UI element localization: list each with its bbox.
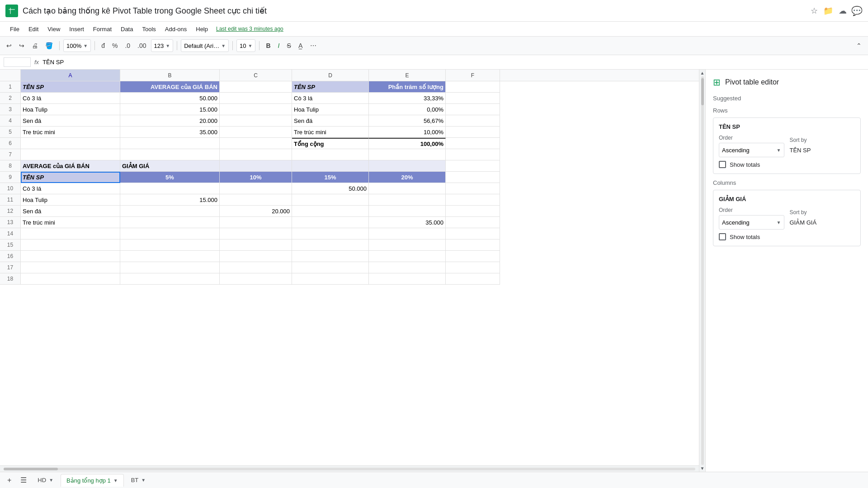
cell-E13[interactable]: 35.000 xyxy=(369,217,446,228)
collapse-toolbar-button[interactable]: ⌃ xyxy=(854,40,864,51)
cell-F15[interactable] xyxy=(446,239,500,251)
cell-D9[interactable]: 15% xyxy=(292,172,369,183)
percent-button[interactable]: % xyxy=(109,40,120,51)
menu-insert[interactable]: Insert xyxy=(65,24,89,34)
cell-A7[interactable] xyxy=(21,149,120,160)
cell-B4[interactable]: 20.000 xyxy=(120,115,220,127)
sheet-tab-hd[interactable]: HD ▼ xyxy=(32,474,59,487)
cell-B9[interactable]: 5% xyxy=(120,172,220,183)
cell-B8[interactable]: GIẢM GIÁ xyxy=(120,160,220,172)
cell-F10[interactable] xyxy=(446,183,500,194)
cell-A3[interactable]: Hoa Tulip xyxy=(21,104,120,115)
cell-D5[interactable]: Tre trúc mini xyxy=(292,127,369,138)
cell-F7[interactable] xyxy=(446,149,500,160)
rows-order-dropdown[interactable]: Ascending ▼ xyxy=(719,143,784,157)
col-header-E[interactable]: E xyxy=(369,70,446,81)
cell-C17[interactable] xyxy=(220,262,292,273)
cell-C4[interactable] xyxy=(220,115,292,127)
cell-C1[interactable] xyxy=(220,81,292,93)
cell-B14[interactable] xyxy=(120,228,220,239)
cell-B5[interactable]: 35.000 xyxy=(120,127,220,138)
cell-B7[interactable] xyxy=(120,149,220,160)
cell-C15[interactable] xyxy=(220,239,292,251)
cell-A11[interactable]: Hoa Tulip xyxy=(21,194,120,206)
star-icon[interactable]: ☆ xyxy=(811,6,818,16)
cell-D2[interactable]: Cò 3 lá xyxy=(292,93,369,104)
font-dropdown[interactable]: Default (Ari… ▼ xyxy=(181,39,229,52)
fontsize-dropdown[interactable]: 10 ▼ xyxy=(236,39,255,52)
h-scroll-thumb[interactable] xyxy=(4,468,58,470)
cell-D17[interactable] xyxy=(292,262,369,273)
cell-D3[interactable]: Hoa Tulip xyxy=(292,104,369,115)
cell-F1[interactable] xyxy=(446,81,500,93)
cell-D10[interactable]: 50.000 xyxy=(292,183,369,194)
v-scroll-down-arrow[interactable]: ▼ xyxy=(700,466,705,471)
formula-input[interactable] xyxy=(42,59,864,66)
rows-show-totals-checkbox[interactable] xyxy=(719,161,726,168)
cell-E3[interactable]: 0,00% xyxy=(369,104,446,115)
strikethrough-button[interactable]: S xyxy=(284,40,294,51)
cell-A8[interactable]: AVERAGE của GIÁ BÁN xyxy=(21,160,120,172)
cell-E5[interactable]: 10,00% xyxy=(369,127,446,138)
cell-A2[interactable]: Cò 3 lá xyxy=(21,93,120,104)
cell-reference-input[interactable] xyxy=(4,57,31,67)
cell-A18[interactable] xyxy=(21,273,120,285)
cell-A9[interactable]: TÊN SP xyxy=(21,172,120,183)
cell-B13[interactable] xyxy=(120,217,220,228)
cell-D16[interactable] xyxy=(292,251,369,262)
undo-button[interactable]: ↩ xyxy=(4,40,14,51)
cell-B2[interactable]: 50.000 xyxy=(120,93,220,104)
menu-view[interactable]: View xyxy=(43,24,65,34)
cell-B12[interactable] xyxy=(120,206,220,217)
cell-B10[interactable] xyxy=(120,183,220,194)
columns-order-dropdown[interactable]: Ascending ▼ xyxy=(719,215,784,230)
cell-C7[interactable] xyxy=(220,149,292,160)
print-button[interactable]: 🖨 xyxy=(29,40,41,51)
cell-F16[interactable] xyxy=(446,251,500,262)
cell-F17[interactable] xyxy=(446,262,500,273)
cell-E4[interactable]: 56,67% xyxy=(369,115,446,127)
cell-E14[interactable] xyxy=(369,228,446,239)
cell-C13[interactable] xyxy=(220,217,292,228)
cell-D12[interactable] xyxy=(292,206,369,217)
cell-F13[interactable] xyxy=(446,217,500,228)
italic-button[interactable]: I xyxy=(275,40,283,51)
col-header-B[interactable]: B xyxy=(120,70,220,81)
cell-D6[interactable]: Tổng cộng xyxy=(292,138,369,149)
cell-E10[interactable] xyxy=(369,183,446,194)
cell-C5[interactable] xyxy=(220,127,292,138)
menu-help[interactable]: Help xyxy=(191,24,212,34)
decimal-increase-button[interactable]: .00 xyxy=(135,40,149,51)
cell-F2[interactable] xyxy=(446,93,500,104)
col-header-D[interactable]: D xyxy=(292,70,369,81)
zoom-dropdown[interactable]: 100% ▼ xyxy=(63,39,91,52)
cell-E9[interactable]: 20% xyxy=(369,172,446,183)
cell-F6[interactable] xyxy=(446,138,500,149)
cell-A6[interactable] xyxy=(21,138,120,149)
decimal-decrease-button[interactable]: .0 xyxy=(122,40,133,51)
cell-C6[interactable] xyxy=(220,138,292,149)
cell-C14[interactable] xyxy=(220,228,292,239)
show-sheets-button[interactable]: ☰ xyxy=(17,474,30,486)
paint-format-button[interactable]: 🪣 xyxy=(42,40,56,51)
cell-E2[interactable]: 33,33% xyxy=(369,93,446,104)
cell-F12[interactable] xyxy=(446,206,500,217)
col-header-F[interactable]: F xyxy=(446,70,500,81)
cell-E16[interactable] xyxy=(369,251,446,262)
cell-F3[interactable] xyxy=(446,104,500,115)
cell-C8[interactable] xyxy=(220,160,292,172)
menu-tools[interactable]: Tools xyxy=(137,24,160,34)
cell-B16[interactable] xyxy=(120,251,220,262)
cell-A15[interactable] xyxy=(21,239,120,251)
document-title[interactable]: Cách tạo bảng thống kê Pivot Table trong… xyxy=(23,6,806,16)
more-formats-dropdown[interactable]: 123 ▼ xyxy=(151,39,174,52)
menu-file[interactable]: File xyxy=(5,24,24,34)
folder-icon[interactable]: 📁 xyxy=(823,6,833,16)
columns-show-totals-checkbox[interactable] xyxy=(719,233,726,240)
v-scroll-up-arrow[interactable]: ▲ xyxy=(700,70,705,75)
cell-C16[interactable] xyxy=(220,251,292,262)
cell-C2[interactable] xyxy=(220,93,292,104)
comment-button[interactable]: 💬 xyxy=(851,5,863,16)
cell-C12[interactable]: 20.000 xyxy=(220,206,292,217)
add-sheet-button[interactable]: + xyxy=(4,474,15,486)
